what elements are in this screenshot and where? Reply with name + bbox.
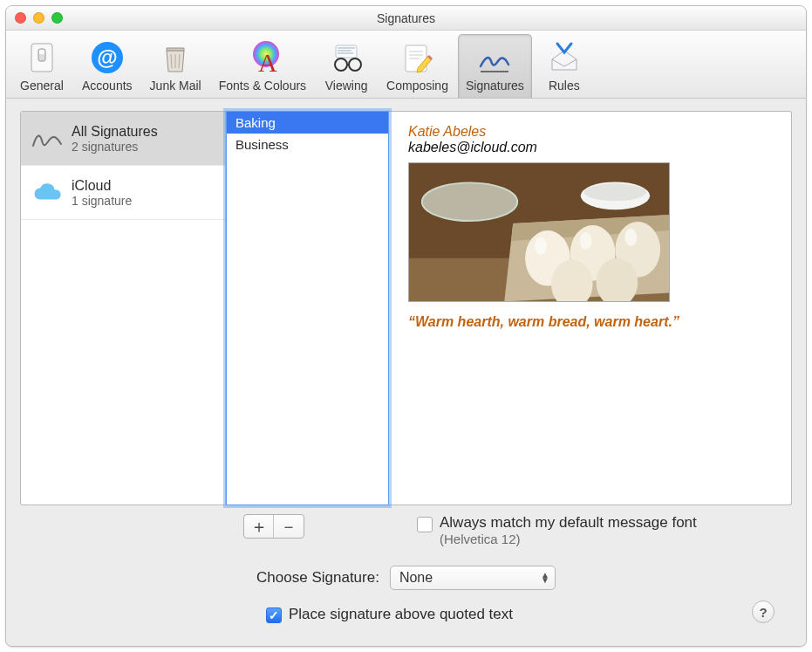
tab-label: Rules <box>549 79 580 93</box>
account-subtext: 1 signature <box>72 194 132 209</box>
close-window-button[interactable] <box>15 12 26 24</box>
help-button[interactable]: ? <box>752 601 774 623</box>
svg-point-33 <box>580 232 592 250</box>
account-subtext: 2 signatures <box>72 140 158 154</box>
account-name: All Signatures <box>72 123 158 140</box>
svg-point-34 <box>624 229 637 246</box>
tab-label: Fonts & Colours <box>219 79 306 93</box>
signature-preview[interactable]: Katie Abeles kabeles@icloud.com <box>389 111 792 505</box>
match-font-sublabel: (Helvetica 12) <box>440 532 697 546</box>
place-above-row: Place signature above quoted text ? <box>38 601 774 623</box>
match-font-row: Always match my default message font (He… <box>417 514 788 546</box>
tab-fonts-colours[interactable]: A Fonts & Colours <box>211 34 314 98</box>
tab-label: General <box>20 79 64 93</box>
account-item-icloud[interactable]: iCloud 1 signature <box>21 166 225 220</box>
place-above-label: Place signature above quoted text <box>289 606 513 623</box>
preview-quote: “Warm hearth, warm bread, warm heart.” <box>408 314 772 330</box>
svg-text:A: A <box>258 48 277 77</box>
tab-label: Composing <box>386 79 448 93</box>
match-font-label: Always match my default message font <box>440 514 697 532</box>
signatures-list[interactable]: Baking Business <box>226 111 389 505</box>
signature-item[interactable]: Business <box>227 134 388 155</box>
svg-point-26 <box>584 183 647 201</box>
glasses-icon <box>327 38 365 77</box>
trash-icon <box>156 38 194 77</box>
tab-signatures[interactable]: Signatures <box>458 34 532 98</box>
tab-label: Junk Mail <box>150 79 201 93</box>
account-text: All Signatures 2 signatures <box>72 123 158 154</box>
svg-point-32 <box>535 237 547 255</box>
chevrons-up-down-icon: ▲▼ <box>541 573 549 583</box>
tab-rules[interactable]: Rules <box>534 34 595 98</box>
account-name: iCloud <box>72 177 132 194</box>
preview-email: kabeles@icloud.com <box>408 140 772 155</box>
svg-point-14 <box>335 58 347 71</box>
tab-accounts[interactable]: @ Accounts <box>74 34 140 98</box>
choose-signature-value: None <box>399 570 433 586</box>
minus-icon: － <box>280 515 297 539</box>
svg-point-15 <box>349 58 361 71</box>
preview-image <box>408 162 670 302</box>
account-item-all[interactable]: All Signatures 2 signatures <box>21 112 225 166</box>
minimize-window-button[interactable] <box>33 12 44 24</box>
signature-list-body: Baking Business <box>227 112 388 504</box>
signature-glyph-icon <box>30 121 65 156</box>
preferences-toolbar: General @ Accounts Junk Mail A Fonts & C… <box>6 31 806 99</box>
window-controls <box>15 12 63 24</box>
tab-label: Viewing <box>325 79 368 93</box>
compose-icon <box>399 38 437 77</box>
footer: Choose Signature: None ▲▼ Place signatur… <box>20 555 792 637</box>
plus-icon: ＋ <box>250 515 268 539</box>
at-icon: @ <box>88 38 126 77</box>
match-font-checkbox[interactable] <box>417 517 433 532</box>
zoom-window-button[interactable] <box>51 12 63 24</box>
place-above-checkbox[interactable] <box>266 607 282 623</box>
below-columns-row: ＋ － Always match my default message font… <box>20 514 792 546</box>
rules-icon <box>545 38 583 77</box>
icloud-icon <box>30 175 65 210</box>
titlebar[interactable]: Signatures <box>6 6 806 31</box>
accounts-list[interactable]: All Signatures 2 signatures iCloud 1 sig… <box>20 111 226 505</box>
remove-signature-button[interactable]: － <box>274 515 304 538</box>
three-column-area: All Signatures 2 signatures iCloud 1 sig… <box>20 111 792 505</box>
signature-item[interactable]: Baking <box>227 112 388 134</box>
tab-label: Accounts <box>82 79 133 93</box>
fonts-colours-icon: A <box>243 38 282 77</box>
tab-viewing[interactable]: Viewing <box>316 34 377 98</box>
choose-signature-popup[interactable]: None ▲▼ <box>390 566 556 590</box>
choose-signature-label: Choose Signature: <box>256 569 379 587</box>
choose-signature-row: Choose Signature: None ▲▼ <box>38 566 774 590</box>
account-text: iCloud 1 signature <box>72 177 132 209</box>
tab-composing[interactable]: Composing <box>379 34 456 98</box>
window-title: Signatures <box>6 11 806 25</box>
preview-name: Katie Abeles <box>408 124 772 140</box>
tab-label: Signatures <box>466 79 524 93</box>
svg-text:@: @ <box>97 45 117 69</box>
tab-general[interactable]: General <box>11 34 72 98</box>
svg-rect-2 <box>39 50 44 54</box>
tab-junkmail[interactable]: Junk Mail <box>142 34 209 98</box>
help-icon: ? <box>759 605 767 620</box>
main-content: All Signatures 2 signatures iCloud 1 sig… <box>6 99 806 646</box>
add-signature-button[interactable]: ＋ <box>244 515 274 538</box>
switch-icon <box>23 38 61 77</box>
svg-rect-10 <box>336 45 357 58</box>
preferences-window: Signatures General @ Accounts Junk Mail <box>5 5 807 647</box>
signature-icon <box>475 38 514 77</box>
add-remove-buttons: ＋ － <box>243 514 304 539</box>
